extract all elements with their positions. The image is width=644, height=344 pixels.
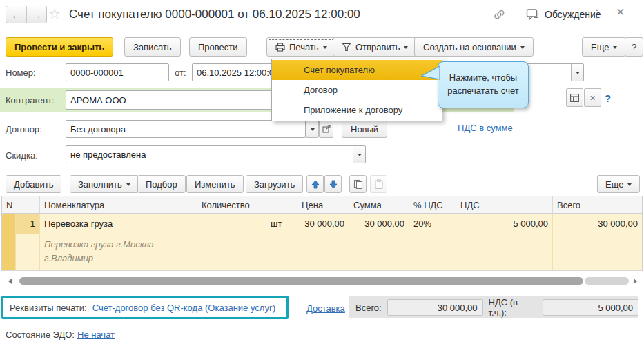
row-marker-cell[interactable] <box>2 234 16 270</box>
print-details-label: Реквизиты печати: <box>10 303 87 313</box>
row-load-button[interactable]: Загрузить <box>246 175 303 193</box>
contract-open-button[interactable] <box>319 120 333 138</box>
create-based-on-button[interactable]: Создать на основании <box>414 37 534 57</box>
back-button[interactable]: ← <box>6 6 26 23</box>
paste-clipboard-icon <box>374 179 384 189</box>
invoice-form-window: ← → ☆ Счет покупателю 0000-000001 от 06.… <box>0 0 644 344</box>
row-number-cell[interactable] <box>16 234 40 270</box>
quantity-cell[interactable] <box>197 214 266 234</box>
forward-button[interactable]: → <box>26 6 46 23</box>
total-label: Всего: <box>355 303 382 313</box>
back-arrow-icon: ← <box>11 9 21 21</box>
col-header-nomenclature[interactable]: Номенклатура <box>40 196 197 214</box>
counterparty-help-link[interactable]: ? <box>605 92 611 104</box>
sum-cell[interactable]: 30 000,00 <box>349 214 409 234</box>
print-menu-item-annex[interactable]: Приложение к договору <box>272 100 442 120</box>
col-header-quantity[interactable]: Количество <box>197 196 297 214</box>
vat-cell[interactable]: 5 000,00 <box>456 214 553 234</box>
row-add-button[interactable]: Добавить <box>6 175 61 193</box>
col-header-total[interactable]: Всего <box>553 196 642 214</box>
combo-dropdown-button[interactable] <box>353 146 365 163</box>
more-button[interactable]: Еще <box>582 37 626 57</box>
printer-icon <box>275 43 285 52</box>
close-icon[interactable]: × <box>616 4 625 20</box>
total-cell[interactable] <box>553 234 642 270</box>
date-value: 06.10.2025 12:00:00 <box>197 68 279 78</box>
row-fill-button[interactable]: Заполнить <box>70 175 139 193</box>
contract-dropdown-button[interactable] <box>306 120 319 138</box>
clear-x-icon: × <box>589 92 595 103</box>
menu-item-label: Приложение к договору <box>304 105 402 115</box>
price-cell[interactable] <box>297 234 349 270</box>
print-button[interactable]: Печать <box>266 37 336 57</box>
quantity-cell[interactable] <box>197 234 266 270</box>
paste-rows-button[interactable] <box>370 175 387 193</box>
print-menu-item-invoice[interactable]: Счет покупателю <box>272 60 442 80</box>
copy-rows-button[interactable] <box>349 175 367 193</box>
edo-status-link[interactable]: Не начат <box>77 330 115 340</box>
col-header-vat[interactable]: НДС <box>456 196 553 214</box>
horizontal-scrollbar-thumb[interactable] <box>19 277 583 285</box>
contract-value: Без договора <box>70 124 126 134</box>
chevron-down-icon <box>358 154 362 156</box>
post-and-close-button[interactable]: Провести и закрыть <box>6 37 113 57</box>
print-label: Печать <box>289 42 319 52</box>
contract-new-button[interactable]: Новый <box>342 120 387 138</box>
discount-combo[interactable]: не предоставлена <box>66 145 366 163</box>
open-item-icon <box>322 125 331 133</box>
send-icon <box>342 43 351 52</box>
nomenclature-cell[interactable]: Перевозка груза <box>40 214 197 234</box>
vat-mode-link[interactable]: НДС в сумме <box>458 123 513 133</box>
delivery-link[interactable]: Доставка <box>306 303 345 314</box>
history-nav: ← → <box>6 6 47 23</box>
vat-rate-cell[interactable]: 20% <box>409 214 456 234</box>
col-header-price[interactable]: Цена <box>297 196 349 214</box>
content-description-cell[interactable]: Перевозка груза г.Москва - г.Владимир <box>40 234 197 270</box>
unit-cell[interactable]: шт <box>266 214 297 234</box>
print-details-link[interactable]: Счет-договор без QR-кода (Оказание услуг… <box>92 303 275 313</box>
tooltip-text: распечатать счет <box>447 85 519 98</box>
copy-icon <box>353 179 363 189</box>
scroll-right-icon[interactable] <box>634 279 637 284</box>
row-pick-button[interactable]: Подбор <box>137 175 186 193</box>
help-button[interactable]: ? <box>625 37 643 57</box>
menu-item-label: Договор <box>304 85 338 95</box>
vat-rate-cell[interactable] <box>409 234 456 270</box>
menu-item-label: Счет покупателю <box>304 65 375 75</box>
row-marker-cell[interactable] <box>2 214 16 234</box>
row-move-down-button[interactable] <box>324 175 342 193</box>
chevron-down-icon <box>627 183 632 186</box>
counterparty-value: АРОМА ООО <box>70 95 126 105</box>
more-menu-kebab-icon[interactable]: ⋮ <box>592 7 603 20</box>
counterparty-list-button[interactable] <box>566 88 583 107</box>
col-header-sum[interactable]: Сумма <box>349 196 409 214</box>
sum-cell[interactable] <box>349 234 409 270</box>
discussion-chat-icon[interactable] <box>526 8 539 21</box>
price-cell[interactable]: 30 000,00 <box>297 214 349 234</box>
combo-dropdown-button[interactable] <box>571 64 583 81</box>
total-cell[interactable]: 30 000,00 <box>553 214 642 234</box>
unit-cell[interactable] <box>266 234 297 270</box>
save-button[interactable]: Записать <box>124 37 181 57</box>
copy-link-icon[interactable] <box>493 8 506 21</box>
table-header-row: N Номенклатура Количество Цена Сумма % Н… <box>2 196 642 214</box>
row-move-up-button[interactable] <box>306 175 324 193</box>
print-menu-item-contract[interactable]: Договор <box>272 80 442 100</box>
send-button[interactable]: Отправить <box>333 37 417 57</box>
scroll-left-icon[interactable] <box>8 279 12 284</box>
rows-more-button[interactable]: Еще <box>597 175 640 193</box>
col-header-vat-rate[interactable]: % НДС <box>409 196 456 214</box>
vat-cell[interactable] <box>456 234 553 270</box>
favorite-star-icon[interactable]: ☆ <box>48 6 61 22</box>
save-label: Записать <box>133 42 172 52</box>
number-input[interactable]: 0000-000001 <box>66 63 169 81</box>
col-header-n[interactable]: N <box>2 196 40 214</box>
tooltip-text: Нажмите, чтобы <box>449 72 517 85</box>
contract-input[interactable]: Без договора <box>66 120 306 138</box>
totals-panel: Всего: 30 000,00 НДС (в т.ч.): 5 000,00 <box>349 296 638 318</box>
post-button[interactable]: Провести <box>189 37 247 57</box>
row-number-cell[interactable]: 1 <box>16 214 40 234</box>
row-edit-button[interactable]: Изменить <box>186 175 244 193</box>
counterparty-clear-button[interactable]: × <box>584 88 601 107</box>
edo-status-label: Состояние ЭДО: <box>6 330 75 340</box>
